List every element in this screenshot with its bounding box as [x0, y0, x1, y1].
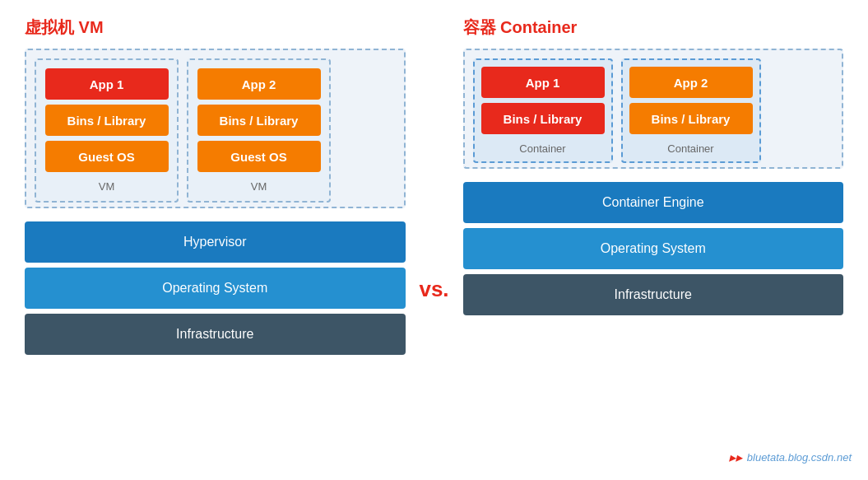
container-os-layer: Operating System — [463, 228, 844, 269]
container-infra-layer: Infrastructure — [463, 274, 844, 315]
container-section-title: 容器 Container — [463, 16, 844, 39]
hypervisor-layer: Hypervisor — [25, 221, 406, 263]
container-layers: Container Engine Operating System Infras… — [463, 182, 844, 315]
container-section: 容器 Container App 1 Bins / Library Contai… — [463, 16, 844, 464]
c2-bins: Bins / Library — [629, 103, 753, 134]
vs-container: vs. — [406, 16, 463, 464]
c2-app: App 2 — [629, 67, 753, 98]
watermark-icon: ▸▸ — [729, 450, 742, 465]
container-outer-border: App 1 Bins / Library Container App 2 Bin… — [463, 49, 844, 169]
vm-outer-border: App 1 Bins / Library Guest OS VM App 2 B… — [25, 49, 406, 208]
vm-os-layer: Operating System — [25, 268, 406, 309]
main-container: 虚拟机 VM App 1 Bins / Library Guest OS VM … — [0, 0, 868, 480]
vm2-app: App 2 — [197, 68, 321, 100]
vm1-label: VM — [99, 180, 115, 193]
vm2-bins: Bins / Library — [197, 105, 321, 136]
vm2-box: App 2 Bins / Library Guest OS VM — [187, 58, 331, 203]
vm-layers: Hypervisor Operating System Infrastructu… — [25, 221, 406, 355]
vm2-guestos: Guest OS — [197, 141, 321, 172]
container1-box: App 1 Bins / Library Container — [473, 58, 613, 163]
vm1-app: App 1 — [45, 68, 169, 100]
vm1-bins: Bins / Library — [45, 105, 169, 136]
container-engine-layer: Container Engine — [463, 182, 844, 223]
watermark: ▸▸ bluetata.blog.csdn.net — [729, 450, 852, 465]
vm1-guestos: Guest OS — [45, 141, 169, 172]
c1-app: App 1 — [481, 67, 605, 98]
vm-section: 虚拟机 VM App 1 Bins / Library Guest OS VM … — [25, 16, 406, 464]
vm-section-title: 虚拟机 VM — [25, 16, 406, 39]
c2-label: Container — [667, 142, 713, 155]
watermark-text: bluetata.blog.csdn.net — [747, 451, 852, 464]
c1-label: Container — [519, 142, 565, 155]
vs-label: vs. — [419, 277, 448, 302]
vm-infra-layer: Infrastructure — [25, 314, 406, 355]
container2-box: App 2 Bins / Library Container — [621, 58, 761, 163]
vm2-label: VM — [251, 180, 267, 193]
vm1-box: App 1 Bins / Library Guest OS VM — [35, 58, 179, 203]
c1-bins: Bins / Library — [481, 103, 605, 134]
